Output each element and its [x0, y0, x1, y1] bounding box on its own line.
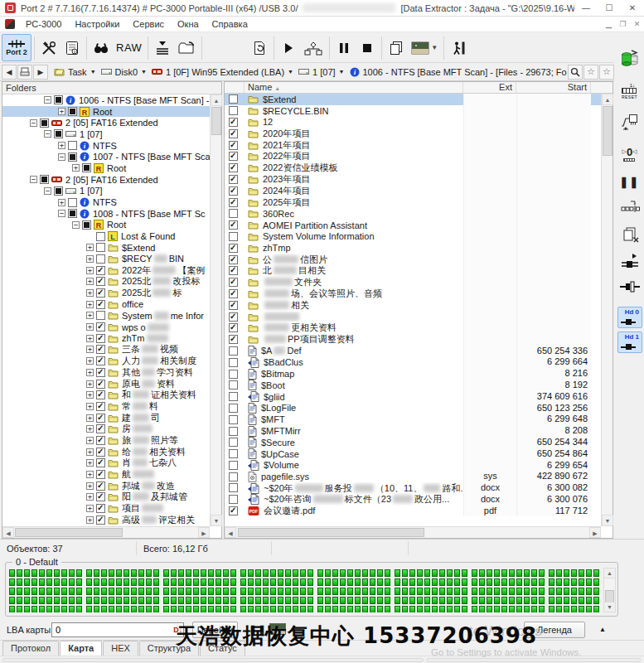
sector-block[interactable]	[385, 578, 390, 586]
tree-checkbox[interactable]	[96, 380, 105, 389]
file-row[interactable]: $BadClus6 299 664	[225, 356, 601, 368]
tree-expand-toggle[interactable]: +	[86, 312, 94, 319]
file-checkbox[interactable]	[229, 346, 238, 356]
file-checkbox[interactable]	[229, 232, 238, 241]
file-row[interactable]: $MFT6 299 648	[225, 414, 601, 425]
sector-block[interactable]	[355, 569, 361, 577]
sector-block[interactable]	[539, 597, 545, 604]
sector-block[interactable]	[153, 597, 159, 604]
sector-block[interactable]	[31, 597, 37, 604]
sector-block[interactable]	[116, 606, 122, 612]
tree-item[interactable]: +阳及邦城管	[2, 491, 210, 503]
tree-checkbox[interactable]	[96, 448, 105, 457]
sector-block[interactable]	[86, 597, 92, 604]
sector-block[interactable]	[424, 588, 430, 595]
tree-item[interactable]: −RRoot	[2, 220, 210, 231]
tree-checkbox[interactable]	[96, 492, 105, 501]
sector-block[interactable]	[579, 588, 584, 595]
close-button[interactable]: ✕	[621, 0, 644, 16]
sector-block[interactable]	[472, 588, 477, 595]
sector-block[interactable]	[215, 578, 221, 586]
sector-block[interactable]	[454, 597, 460, 604]
sector-block[interactable]	[539, 588, 545, 595]
sector-block[interactable]	[317, 569, 323, 577]
tree-expand-toggle[interactable]: +	[86, 244, 94, 251]
file-row[interactable]: 文件夹	[225, 277, 601, 288]
sector-block[interactable]	[524, 578, 530, 586]
sector-block[interactable]	[355, 578, 361, 586]
file-checkbox[interactable]	[229, 198, 238, 207]
tree-hscroll-thumb[interactable]	[15, 528, 123, 537]
sector-block[interactable]	[94, 597, 99, 604]
file-row[interactable]: 场、会议等照片、音频	[225, 288, 601, 300]
sector-block[interactable]	[101, 569, 107, 577]
sector-block[interactable]	[377, 606, 383, 612]
sector-block[interactable]	[509, 588, 515, 595]
scroll-down-icon[interactable]: ▼	[602, 515, 613, 526]
tree-expand-toggle[interactable]: +	[86, 255, 94, 263]
sector-block[interactable]	[332, 606, 338, 612]
sector-block[interactable]	[417, 588, 423, 595]
reset-button[interactable]: 1↓ RESET	[615, 83, 644, 99]
file-checkbox[interactable]	[229, 255, 238, 264]
sector-block[interactable]	[255, 569, 261, 577]
sector-block[interactable]	[462, 588, 467, 595]
sector-block[interactable]	[255, 606, 261, 612]
tree-checkbox[interactable]	[96, 254, 105, 264]
sector-block[interactable]	[593, 597, 599, 604]
sector-block[interactable]	[109, 588, 114, 595]
sector-block[interactable]	[163, 569, 169, 577]
sector-block[interactable]	[494, 606, 500, 612]
sector-block[interactable]	[86, 569, 92, 577]
sector-block[interactable]	[307, 578, 313, 586]
file-checkbox[interactable]	[229, 495, 238, 504]
sector-block[interactable]	[208, 606, 214, 612]
sector-block[interactable]	[94, 606, 99, 612]
scroll-up-icon[interactable]: ▲	[211, 94, 222, 106]
sector-block[interactable]	[487, 588, 492, 595]
scroll-up-icon[interactable]: ▲	[602, 94, 613, 105]
sector-block[interactable]	[571, 597, 577, 604]
tree-checkbox[interactable]	[82, 220, 91, 230]
tree-expand-toggle[interactable]: −	[44, 96, 51, 104]
sector-block[interactable]	[509, 597, 515, 604]
sector-block[interactable]	[131, 578, 137, 586]
tree-expand-toggle[interactable]: +	[86, 459, 94, 467]
sector-block[interactable]	[39, 578, 45, 586]
sector-block[interactable]	[46, 588, 52, 595]
tree-expand-toggle[interactable]: −	[58, 210, 65, 217]
tree-checkbox[interactable]	[96, 436, 105, 445]
file-checkbox[interactable]	[229, 438, 238, 447]
sector-block[interactable]	[109, 597, 114, 604]
file-checkbox[interactable]	[229, 483, 238, 492]
sector-block[interactable]	[193, 588, 199, 595]
tree-checkbox[interactable]	[68, 152, 77, 162]
file-row[interactable]: 2020年项目	[225, 128, 601, 139]
sector-block[interactable]	[549, 578, 554, 586]
menu-item-1[interactable]: Настройки	[68, 17, 126, 31]
file-row[interactable]: $Volume6 299 654	[225, 460, 601, 472]
sector-block[interactable]	[270, 569, 276, 577]
file-checkbox[interactable]	[229, 370, 238, 379]
sector-block[interactable]	[439, 588, 445, 595]
sector-block[interactable]	[362, 578, 368, 586]
file-row[interactable]	[225, 311, 601, 322]
sector-block[interactable]	[131, 606, 137, 612]
sector-block[interactable]	[377, 578, 383, 586]
tree-scroll-thumb[interactable]	[211, 107, 221, 135]
file-row[interactable]: $gliid374 609 616	[225, 391, 601, 403]
file-row[interactable]: 公信图片	[225, 254, 601, 265]
sector-block[interactable]	[293, 606, 298, 612]
sector-block[interactable]	[215, 569, 221, 577]
sector-block[interactable]	[116, 569, 122, 577]
sector-block[interactable]	[325, 588, 331, 595]
file-row[interactable]: zhTmp	[225, 242, 601, 254]
sector-block[interactable]	[240, 588, 246, 595]
tab-карта[interactable]: Карта	[60, 641, 102, 656]
sector-block[interactable]	[385, 597, 390, 604]
tree-checkbox[interactable]	[96, 334, 105, 343]
file-checkbox[interactable]	[229, 186, 238, 196]
sector-block[interactable]	[300, 606, 306, 612]
column-header-ext[interactable]: Ext	[463, 82, 516, 93]
sector-block[interactable]	[539, 578, 545, 586]
